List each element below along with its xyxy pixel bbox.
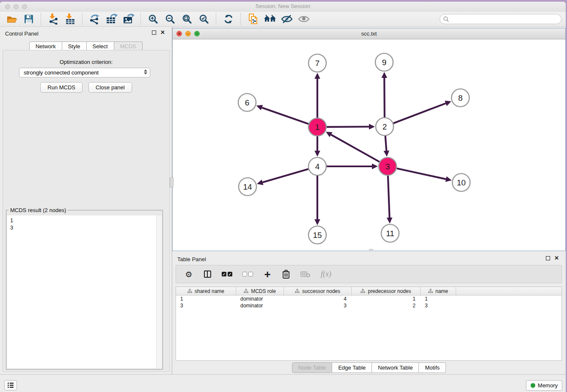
import-network-button[interactable] [45,13,62,25]
table-tab-node-table[interactable]: Node Table [292,362,333,373]
table-body: 1dominator4113dominator323 [176,295,561,309]
zoom-selected-icon [199,14,209,24]
run-mcds-button[interactable]: Run MCDS [40,82,83,93]
cell-shared-name[interactable]: 3 [176,302,236,309]
cell-successor-nodes[interactable]: 3 [284,302,352,309]
cell-successor-nodes[interactable]: 4 [284,295,352,302]
main-toolbar [0,12,566,27]
network-window-title: scc.txt [173,30,565,37]
graph-edge-2-9[interactable] [384,78,385,117]
float-panel-icon[interactable] [152,30,156,35]
graph-edge-2-3[interactable] [385,136,387,151]
column-label: successor nodes [302,288,340,294]
table-row[interactable]: 1dominator411 [176,295,561,302]
node-label-4: 4 [315,162,320,171]
search-input[interactable] [440,14,561,24]
clone-network-icon [248,13,259,25]
export-image-button[interactable] [120,13,137,25]
edge-arrowhead [383,151,389,157]
table-panel-title: Table Panel [177,256,206,262]
delete-table-icon [300,271,311,278]
zoom-out-button[interactable] [162,13,179,25]
panel-splitter-handle[interactable] [170,177,173,188]
graph-edge-4-14[interactable] [263,169,308,182]
refresh-view-button[interactable] [220,13,237,25]
optimization-criterion-label: Optimization criterion: [3,59,169,65]
import-network-icon [48,14,59,25]
table-settings-button[interactable]: ⚙ [184,269,193,279]
export-network-button[interactable] [86,13,103,25]
edge-arrowhead [381,72,387,78]
column-header-successor-nodes[interactable]: successor nodes [284,287,352,295]
column-header-shared-name[interactable]: shared name [176,287,236,295]
cell-mcds-role[interactable]: dominator [236,295,284,302]
delete-table-button[interactable] [300,269,311,279]
columns-icon [204,271,211,278]
zoom-fit-button[interactable] [179,13,195,25]
result-scrollbar[interactable] [156,215,162,368]
zoom-in-button[interactable] [145,13,162,25]
table-row[interactable]: 3dominator323 [176,302,561,309]
cell-name[interactable]: 3 [421,302,456,309]
graph-edge-3-10[interactable] [396,168,446,179]
graph-edge-3-1[interactable] [331,135,380,162]
show-all-button[interactable] [295,13,312,25]
graph-edge-3-11[interactable] [388,176,390,218]
optimization-criterion-select[interactable]: strongly connected component [19,68,150,77]
graph-edge-1-2[interactable] [327,127,369,127]
column-header-predecessor-nodes[interactable]: predecessor nodes [352,287,421,295]
mcds-panel: Optimization criterion: strongly connect… [3,50,170,372]
function-builder-button[interactable]: f(x) [321,269,331,279]
trash-icon [282,270,290,279]
hide-selected-button[interactable] [278,13,295,25]
cell-shared-name[interactable]: 1 [176,295,236,302]
network-canvas[interactable]: 7968124314101511 [173,39,565,251]
column-header-mcds-role[interactable]: MCDS role [236,287,284,295]
hierarchy-icon [244,289,248,293]
export-table-icon [106,14,118,25]
export-image-icon [123,14,135,25]
import-table-button[interactable] [62,13,79,25]
mcds-result-list[interactable]: 13 [7,215,157,368]
close-panel-icon[interactable]: ✕ [160,30,165,35]
cell-name[interactable]: 1 [421,295,456,302]
save-session-button[interactable] [20,13,37,25]
float-table-panel-icon[interactable] [546,256,550,260]
table-tab-motifs[interactable]: Motifs [419,362,446,373]
deselect-all-button[interactable] [242,269,253,279]
status-bar: Memory [0,374,566,392]
table-tab-edge-table[interactable]: Edge Table [332,362,372,373]
node-label-7: 7 [315,59,320,68]
cell-predecessor-nodes[interactable]: 2 [352,302,421,309]
first-neighbors-button[interactable] [261,13,278,25]
column-label: predecessor nodes [368,288,411,294]
cell-predecessor-nodes[interactable]: 1 [352,295,421,302]
network-resize-grip[interactable] [369,249,373,250]
open-session-button[interactable] [3,13,20,25]
edge-arrowhead [256,105,263,110]
export-table-button[interactable] [103,13,120,25]
zoom-selected-button[interactable] [195,13,212,25]
task-history-button[interactable] [4,380,17,390]
node-label-6: 6 [245,98,250,107]
clone-network-button[interactable] [245,13,261,25]
node-label-3: 3 [385,162,390,171]
graph-edge-2-8[interactable] [394,103,446,123]
table-tab-network-table[interactable]: Network Table [372,362,419,373]
network-window-titlebar[interactable]: ✕ − ＋ scc.txt [173,28,565,39]
node-label-2: 2 [383,122,387,131]
graph-edge-1-6[interactable] [262,108,308,124]
node-label-14: 14 [243,182,252,191]
close-panel-button[interactable]: Close panel [88,82,132,93]
close-table-panel-icon[interactable]: ✕ [554,256,559,260]
add-row-button[interactable]: + [263,269,272,279]
select-all-button[interactable]: ✓✓ [222,269,232,279]
cell-mcds-role[interactable]: dominator [236,302,284,309]
dropdown-value: strongly connected component [24,69,99,76]
column-selector-button[interactable] [203,269,212,279]
memory-button[interactable]: Memory [526,380,562,391]
column-label: shared name [195,288,224,294]
column-header-name[interactable]: name [421,287,456,295]
toolbar-separator [82,13,83,25]
delete-row-button[interactable] [282,269,290,279]
